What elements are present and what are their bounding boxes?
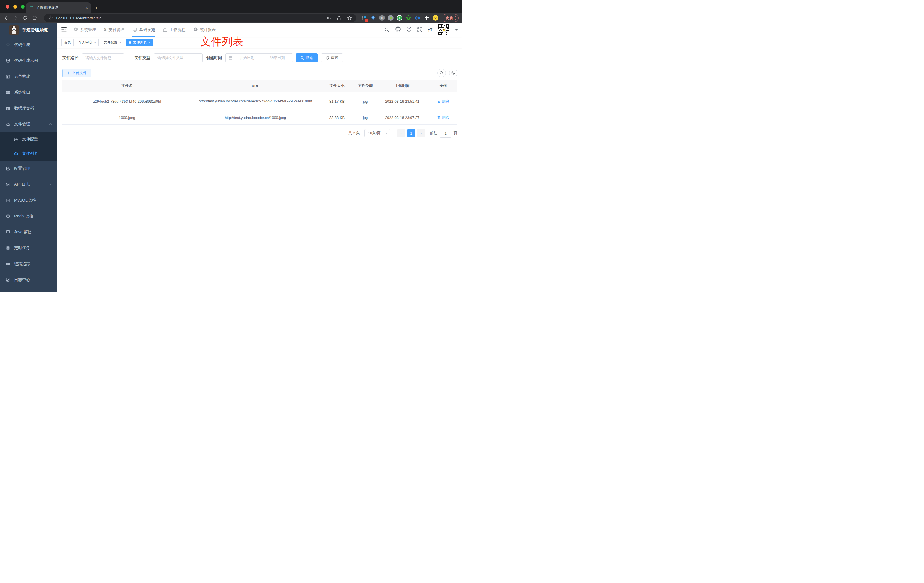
browser-menu-icon[interactable] bbox=[455, 16, 456, 20]
fullscreen-icon[interactable] bbox=[417, 27, 422, 32]
table-row: a294ecb2-73dd-4353-bf40-296b8931d0bf htt… bbox=[63, 92, 457, 111]
log-center-icon bbox=[6, 277, 10, 282]
yen-icon: ¥ bbox=[104, 27, 106, 32]
site-info-icon[interactable] bbox=[48, 15, 53, 21]
chevron-down-icon bbox=[49, 183, 52, 186]
date-range-picker[interactable]: 开始日期 - 结束日期 bbox=[225, 53, 293, 63]
camera-extension-icon[interactable] bbox=[388, 15, 394, 21]
sidebar-item-tracing[interactable]: 链路追踪 bbox=[0, 256, 57, 272]
app-title: 芋道管理系统 bbox=[22, 27, 48, 33]
sidebar-fold-icon[interactable] bbox=[61, 27, 67, 33]
zoom-window-button[interactable] bbox=[21, 5, 25, 8]
sidebar-item-system-api[interactable]: 系统接口 bbox=[0, 84, 57, 101]
refresh-table-button[interactable] bbox=[449, 69, 457, 77]
header-url: URL bbox=[191, 84, 319, 88]
delete-button[interactable]: 删除 bbox=[437, 99, 449, 104]
avatar-qr-code[interactable] bbox=[438, 24, 450, 36]
browser-update-button[interactable]: 更新 bbox=[442, 14, 459, 22]
star-extension-icon[interactable] bbox=[406, 15, 411, 21]
top-item-infrastructure[interactable]: 基础设施 bbox=[132, 23, 155, 36]
tag-profile[interactable]: 个人中心 × bbox=[76, 39, 99, 46]
notebook-pen-icon bbox=[6, 182, 10, 187]
close-window-button[interactable] bbox=[6, 5, 9, 8]
top-item-system[interactable]: 系统管理 bbox=[74, 23, 96, 36]
table-toolbar: 上传文件 bbox=[63, 69, 457, 77]
sidebar-item-code-generation[interactable]: 代码生成 bbox=[0, 37, 57, 53]
sidebar-item-file-list[interactable]: 文件列表 bbox=[0, 147, 57, 161]
top-item-workflow[interactable]: 工作流程 bbox=[163, 23, 185, 36]
share-icon[interactable] bbox=[337, 16, 342, 20]
reset-button[interactable]: 重置 bbox=[321, 53, 343, 63]
github-icon[interactable] bbox=[395, 26, 401, 33]
back-icon[interactable] bbox=[3, 15, 8, 20]
close-icon[interactable]: × bbox=[94, 41, 96, 44]
form-grid-icon bbox=[6, 74, 10, 79]
password-key-icon[interactable] bbox=[326, 16, 331, 20]
file-path-input[interactable] bbox=[82, 53, 124, 63]
browser-tab[interactable]: 芋道管理系统 × bbox=[26, 2, 91, 13]
page-size-select[interactable]: 10条/页 bbox=[365, 129, 391, 137]
url-text[interactable]: 127.0.0.1:1024/infra/file/file bbox=[56, 16, 102, 20]
sidebar-item-mysql-monitor[interactable]: MySQL 监控 bbox=[0, 192, 57, 208]
date-end-placeholder[interactable]: 结束日期 bbox=[265, 55, 290, 61]
file-table: 文件名 URL 文件大小 文件类型 上传时间 操作 a294ecb2-73dd-… bbox=[63, 80, 457, 125]
file-type-select[interactable]: 请选择文件类型 bbox=[154, 53, 203, 63]
help-icon[interactable]: ? bbox=[406, 26, 412, 33]
sidebar-item-scheduled-tasks[interactable]: 定时任务 bbox=[0, 240, 57, 256]
cell-file-type: jpg bbox=[355, 99, 376, 104]
sidebar-item-form-builder[interactable]: 表单构建 bbox=[0, 69, 57, 84]
svg-text:?: ? bbox=[408, 28, 410, 31]
goto-page-input[interactable] bbox=[440, 129, 452, 138]
close-icon[interactable]: × bbox=[149, 41, 150, 44]
java-monitor-icon bbox=[6, 230, 10, 235]
search-icon bbox=[440, 71, 444, 75]
emoji-extension-icon[interactable] bbox=[433, 15, 439, 21]
search-icon[interactable] bbox=[384, 27, 389, 32]
balloon-extension-icon[interactable] bbox=[370, 15, 376, 21]
pinned-extension-icon[interactable]: 11 bbox=[361, 15, 367, 21]
window-controls[interactable] bbox=[6, 5, 25, 8]
reload-icon[interactable] bbox=[23, 16, 28, 20]
avatar-caret-icon[interactable] bbox=[455, 29, 458, 31]
bookmark-star-icon[interactable] bbox=[347, 16, 352, 20]
sidebar-item-code-example[interactable]: 代码生成示例 bbox=[0, 53, 57, 69]
sidebar-logo-row[interactable]: 芋道管理系统 bbox=[0, 23, 57, 37]
new-tab-button[interactable]: + bbox=[95, 5, 98, 11]
tag-file-list[interactable]: 文件列表 × bbox=[126, 39, 153, 46]
close-icon[interactable]: × bbox=[119, 41, 121, 44]
sidebar-item-file-management[interactable]: 文件管理 bbox=[0, 116, 57, 132]
tag-file-config[interactable]: 文件配置 × bbox=[101, 39, 124, 46]
prev-page-button[interactable]: ‹ bbox=[397, 129, 405, 137]
date-start-placeholder[interactable]: 开始日期 bbox=[235, 55, 259, 61]
puzzle-extensions-icon[interactable] bbox=[424, 15, 430, 21]
delete-button[interactable]: 删除 bbox=[437, 115, 449, 120]
sidebar-item-api-log[interactable]: API 日志 bbox=[0, 177, 57, 192]
current-page-button[interactable]: 1 bbox=[407, 129, 415, 137]
forward-icon[interactable] bbox=[13, 15, 18, 20]
command-extension-icon[interactable]: ⌘ bbox=[379, 15, 385, 21]
sidebar-item-log-center[interactable]: 日志中心 bbox=[0, 272, 57, 288]
next-page-button[interactable]: › bbox=[417, 129, 425, 137]
sidebar-item-file-config[interactable]: 文件配置 bbox=[0, 132, 57, 147]
y-extension-icon[interactable]: Y bbox=[397, 15, 403, 21]
toggle-search-button[interactable] bbox=[437, 69, 446, 77]
home-icon[interactable] bbox=[32, 15, 37, 20]
sidebar-item-java-monitor[interactable]: Java 监控 bbox=[0, 224, 57, 240]
tab-close-icon[interactable]: × bbox=[86, 5, 88, 10]
sidebar-item-db-doc[interactable]: 数据库文档 bbox=[0, 101, 57, 116]
sidebar-item-redis-monitor[interactable]: Redis 监控 bbox=[0, 208, 57, 224]
tags-view: 首页 个人中心 × 文件配置 × 文件列表 × 文件列表 bbox=[57, 37, 462, 48]
minimize-window-button[interactable] bbox=[13, 5, 17, 8]
top-item-payment[interactable]: ¥ 支付管理 bbox=[104, 23, 124, 36]
browser-toolbar: 127.0.0.1:1024/infra/file/file 11 bbox=[0, 13, 462, 23]
font-size-icon[interactable]: TT bbox=[428, 27, 432, 32]
eye-extension-icon[interactable] bbox=[414, 15, 421, 21]
url-bar[interactable]: 127.0.0.1:1024/infra/file/file bbox=[44, 14, 356, 22]
cell-url: http://test.yudao.iocoder.cn/1000.jpeg bbox=[191, 115, 319, 121]
top-item-reports[interactable]: 统计报表 bbox=[193, 23, 216, 36]
sidebar-item-config-management[interactable]: 配置管理 bbox=[0, 161, 57, 177]
search-button[interactable]: 搜索 bbox=[296, 53, 318, 63]
tag-home[interactable]: 首页 bbox=[61, 39, 74, 46]
header-file-size: 文件大小 bbox=[319, 83, 355, 88]
upload-file-button[interactable]: 上传文件 bbox=[63, 69, 91, 77]
